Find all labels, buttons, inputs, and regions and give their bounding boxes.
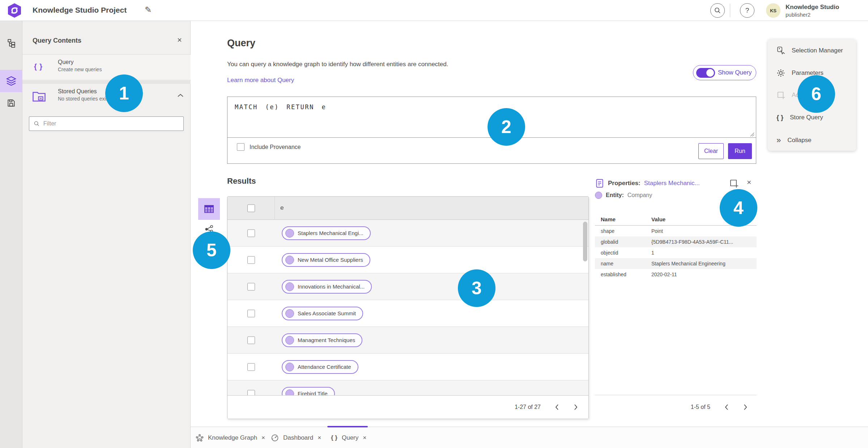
property-row: shape Point	[595, 226, 757, 236]
tab-query-active[interactable]: { } Query ×	[331, 427, 366, 448]
app-logo-icon[interactable]	[7, 3, 22, 18]
col-name: Name	[595, 216, 651, 222]
close-tab-icon[interactable]: ×	[261, 434, 265, 441]
select-all-checkbox[interactable]	[247, 205, 255, 212]
avatar[interactable]: KS	[766, 3, 780, 18]
save-icon	[7, 98, 16, 108]
table-row[interactable]: Staplers Mechanical Engi...	[227, 220, 588, 247]
properties-prev-page-button[interactable]	[724, 404, 729, 411]
results-header-row: e	[227, 197, 588, 220]
filter-search-icon	[34, 120, 40, 127]
property-row: name Staplers Mechanical Engineering	[595, 258, 757, 269]
gear-icon	[776, 69, 785, 77]
row-checkbox[interactable]	[247, 390, 255, 395]
include-provenance-checkbox[interactable]	[237, 143, 244, 151]
row-checkbox[interactable]	[247, 336, 255, 344]
search-button[interactable]	[710, 3, 725, 18]
add-to-new-map-icon[interactable]	[729, 179, 739, 188]
entity-chip[interactable]: Attendance Certificate	[282, 360, 358, 374]
close-tab-icon[interactable]: ×	[318, 434, 321, 441]
property-row: globalid {5D9B4713-F98D-4A53-A59F-C11...	[595, 236, 757, 247]
topbar-divider	[730, 4, 730, 17]
row-checkbox[interactable]	[247, 363, 255, 371]
resize-handle[interactable]	[749, 132, 754, 137]
toggle-track-on[interactable]	[696, 68, 715, 78]
row-checkbox[interactable]	[247, 256, 255, 264]
properties-pagination: 1-5 of 5	[595, 395, 757, 419]
results-heading: Results	[227, 176, 256, 186]
knowledge-graph-icon	[196, 434, 204, 442]
results-next-page-button[interactable]	[573, 404, 578, 411]
properties-doc-icon	[595, 178, 604, 188]
tab-knowledge-graph[interactable]: Knowledge Graph ×	[196, 427, 265, 448]
save-button[interactable]	[0, 92, 22, 114]
panel-item-query[interactable]: { } Query Create new queries	[22, 55, 191, 80]
entity-dot-icon	[285, 282, 294, 291]
filter-input[interactable]	[43, 120, 179, 127]
show-query-label: Show Query	[718, 69, 752, 76]
tree-view-button[interactable]	[0, 32, 22, 54]
table-row[interactable]: Innovations in Mechanical...	[227, 273, 588, 300]
collapse-item[interactable]: » Collapse	[768, 132, 856, 149]
chevron-left-icon	[554, 404, 559, 411]
item-stored-sub: No stored queries exist	[58, 96, 110, 102]
table-row[interactable]: New Metal Office Suppliers	[227, 247, 588, 273]
entity-chip[interactable]: Innovations in Mechanical...	[282, 280, 372, 294]
entity-dot-icon	[285, 256, 294, 264]
panel-title: Query Contents	[33, 37, 81, 44]
close-tab-icon[interactable]: ×	[363, 434, 366, 441]
query-contents-panel: Query Contents × { } Query Create new qu…	[22, 21, 191, 448]
entity-dot-icon	[285, 336, 294, 345]
app-window: Knowledge Studio Project ✎ ? KS Knowledg…	[0, 0, 868, 448]
item-query-label: Query	[58, 59, 102, 65]
panel-close-icon[interactable]: ×	[177, 35, 182, 45]
table-row[interactable]: Sales Associate Summit	[227, 300, 588, 327]
entity-chip[interactable]: New Metal Office Suppliers	[282, 253, 370, 267]
properties-next-page-button[interactable]	[743, 404, 748, 411]
entity-row: Entity: Company	[595, 192, 652, 199]
callout-4: 4	[720, 189, 757, 227]
item-query-sub: Create new queries	[58, 67, 102, 72]
show-query-toggle[interactable]: Show Query	[693, 65, 756, 80]
collapse-section-chevron-up-icon[interactable]	[177, 93, 184, 98]
layers-button-selected[interactable]	[0, 70, 22, 92]
properties-entity-link[interactable]: Staplers Mechanic...	[644, 180, 700, 187]
query-description: You can query a knowledge graph to ident…	[227, 61, 448, 68]
results-scrollbar-thumb[interactable]	[583, 222, 587, 261]
item-stored-label: Stored Queries	[58, 88, 110, 95]
entity-chip[interactable]: Staplers Mechanical Engi...	[282, 226, 371, 240]
layers-icon	[6, 76, 17, 86]
braces-icon: { }	[331, 434, 337, 441]
properties-page-range: 1-5 of 5	[691, 404, 710, 410]
entity-dot-icon	[285, 363, 294, 371]
collapse-icon: »	[776, 136, 781, 145]
tab-dashboard[interactable]: Dashboard ×	[271, 427, 321, 448]
properties-close-icon[interactable]: ×	[747, 178, 751, 187]
selection-manager-item[interactable]: Selection Manager	[768, 42, 856, 59]
filter-field[interactable]	[29, 116, 184, 131]
edit-title-icon[interactable]: ✎	[145, 5, 152, 15]
entity-chip[interactable]: Firebird Title	[282, 387, 335, 396]
help-button[interactable]: ?	[740, 3, 754, 18]
braces-icon: { }	[34, 63, 43, 71]
table-view-button[interactable]	[198, 198, 220, 220]
row-checkbox[interactable]	[247, 283, 255, 290]
selection-manager-icon	[776, 46, 785, 55]
learn-more-link[interactable]: Learn more about Query	[227, 77, 294, 84]
table-row[interactable]: Managment Techniques	[227, 327, 588, 354]
results-prev-page-button[interactable]	[554, 404, 559, 411]
clear-button[interactable]: Clear	[698, 143, 724, 159]
query-heading: Query	[227, 38, 255, 49]
table-row[interactable]: Firebird Title	[227, 380, 588, 395]
entity-type-dot-icon	[595, 192, 602, 199]
entity-chip[interactable]: Sales Associate Summit	[282, 307, 363, 320]
row-checkbox[interactable]	[247, 229, 255, 237]
table-row[interactable]: Attendance Certificate	[227, 354, 588, 380]
table-icon	[204, 204, 214, 214]
run-button[interactable]: Run	[728, 143, 752, 159]
callout-2: 2	[488, 108, 525, 146]
entity-chip[interactable]: Managment Techniques	[282, 333, 362, 347]
chevron-left-icon	[724, 404, 729, 411]
row-checkbox[interactable]	[247, 310, 255, 317]
include-provenance-label: Include Provenance	[250, 144, 301, 150]
